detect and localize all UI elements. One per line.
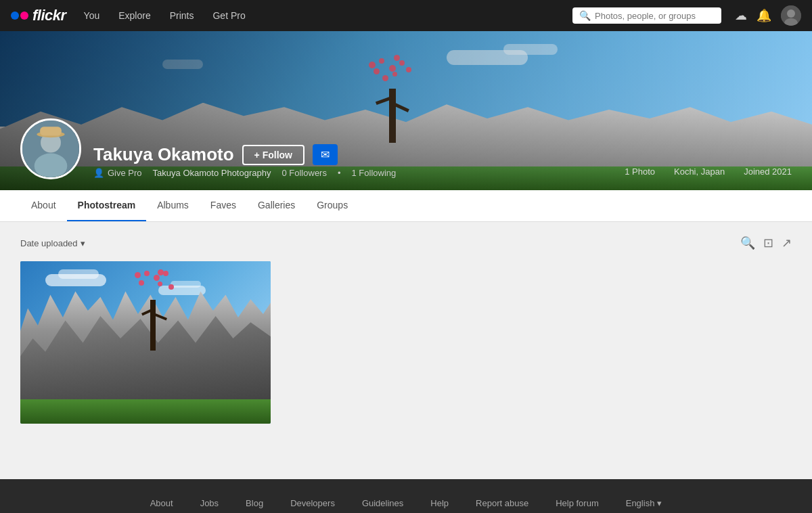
language-selector[interactable]: English ▾ [626,498,662,508]
photo-cloud-2 [58,269,99,279]
footer-developers[interactable]: Developers [290,498,335,508]
footer-links: About Jobs Blog Developers Guidelines He… [0,498,812,508]
profile-sub-row: 👤 Give Pro Takuya Okamoto Photography 0 … [93,168,612,178]
photo-trunk [150,300,156,351]
profile-location: Kochi, Japan [674,166,725,177]
photo-count: 1 Photo [625,166,655,177]
photo-scene [20,261,271,424]
footer-report-abuse[interactable]: Report abuse [476,498,528,508]
sort-dropdown-icon: ▾ [81,238,85,248]
logo[interactable]: flickr [11,7,66,24]
share-icon[interactable]: ↗ [782,236,792,250]
footer-blog[interactable]: Blog [246,498,263,508]
navbar: flickr You Explore Prints Get Pro 🔍 ☁ 🔔 [0,0,812,31]
svg-point-1 [787,9,795,18]
tab-galleries[interactable]: Galleries [247,190,306,221]
sort-bar: Date uploaded ▾ 🔍 ⊡ ↗ [20,236,792,250]
avatar-svg [22,118,79,179]
nav-get-pro[interactable]: Get Pro [206,7,252,24]
avatar-image [781,5,801,26]
give-pro-label: Give Pro [108,168,142,178]
profile-banner: Takuya Okamoto + Follow ✉ 👤 Give Pro Tak… [0,31,812,190]
profile-details: Takuya Okamoto + Follow ✉ 👤 Give Pro Tak… [93,144,612,179]
profile-followers: 0 Followers [281,168,326,178]
photo-cloud-4 [171,281,201,288]
svg-point-5 [35,154,68,179]
nav-prints[interactable]: Prints [163,7,201,24]
sort-dropdown[interactable]: Date uploaded ▾ [20,238,85,248]
footer: About Jobs Blog Developers Guidelines He… [0,479,812,513]
avatar-image [22,120,79,177]
nav-explore[interactable]: Explore [112,7,157,24]
profile-following: 1 Following [352,168,397,178]
tab-groups[interactable]: Groups [306,190,359,221]
dot-pink [20,12,28,20]
follow-button[interactable]: + Follow [242,145,304,165]
bell-icon[interactable]: 🔔 [757,8,771,23]
flickr-logo-text: flickr [32,7,66,24]
tab-albums[interactable]: Albums [146,190,200,221]
search-photos-icon[interactable]: 🔍 [740,236,755,250]
slideshow-icon[interactable]: ⊡ [763,236,773,250]
profile-info-bar: Takuya Okamoto + Follow ✉ 👤 Give Pro Tak… [0,118,812,190]
user-avatar-nav[interactable] [781,5,801,26]
search-input[interactable] [595,11,715,21]
nav-icon-group: ☁ 🔔 [735,5,801,26]
profile-avatar[interactable] [20,118,81,179]
sort-label: Date uploaded [20,238,78,248]
profile-joined: Joined 2021 [744,166,792,177]
footer-help-forum[interactable]: Help forum [556,498,599,508]
profile-tagline: Takuya Okamoto Photography [153,168,271,178]
main-content: Date uploaded ▾ 🔍 ⊡ ↗ [0,222,812,479]
footer-help[interactable]: Help [430,498,449,508]
dot-blue [11,12,19,20]
tabs-bar: About Photostream Albums Faves Galleries… [0,190,812,222]
search-icon: 🔍 [579,10,591,21]
photo-thumbnail[interactable] [20,261,271,424]
tab-photostream[interactable]: Photostream [67,190,147,221]
footer-about[interactable]: About [150,498,173,508]
footer-guidelines[interactable]: Guidelines [362,498,403,508]
flickr-dots [11,12,28,20]
profile-name-row: Takuya Okamoto + Follow ✉ [93,144,612,165]
tab-faves[interactable]: Faves [200,190,247,221]
message-button[interactable]: ✉ [313,144,338,165]
tab-about[interactable]: About [20,190,67,221]
profile-name: Takuya Okamoto [93,144,234,165]
svg-rect-7 [40,127,62,135]
photo-grid [20,261,792,424]
lang-chevron-icon: ▾ [657,498,662,508]
stats-dot: • [338,168,341,178]
photo-grass [20,399,271,424]
upload-icon[interactable]: ☁ [735,8,747,23]
nav-you[interactable]: You [77,7,107,24]
view-icons: 🔍 ⊡ ↗ [740,236,792,250]
photo-tree [133,269,174,351]
profile-meta: 1 Photo Kochi, Japan Joined 2021 [625,166,792,179]
give-pro-link[interactable]: 👤 Give Pro [93,168,142,178]
search-bar[interactable]: 🔍 [572,7,721,24]
language-label: English [626,498,655,508]
footer-jobs[interactable]: Jobs [200,498,219,508]
give-pro-icon: 👤 [93,168,104,178]
